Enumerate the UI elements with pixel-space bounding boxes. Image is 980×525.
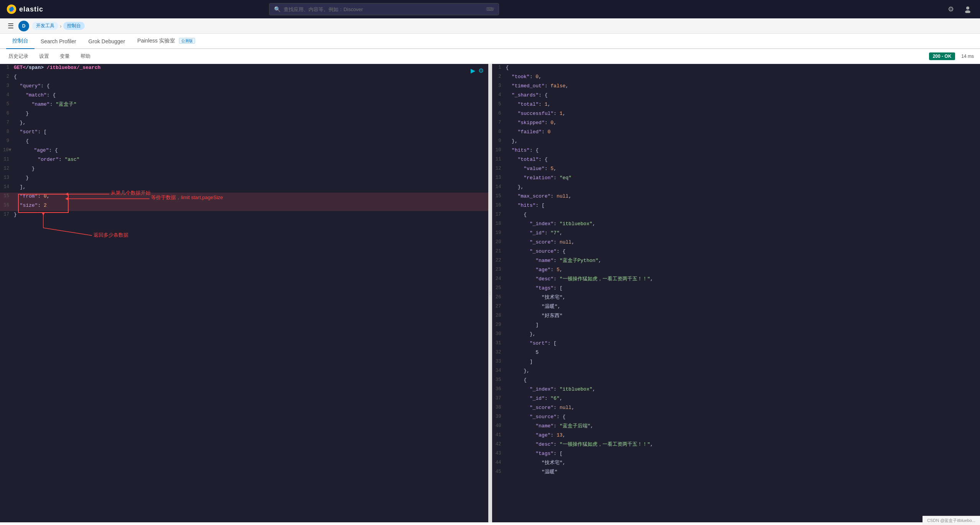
response-line-27: 27 "温暖", xyxy=(492,303,980,312)
response-line-number-34: 34 xyxy=(492,367,506,376)
editor-line-8: 8 "sort": [ xyxy=(0,128,488,137)
copy-button[interactable]: ⚙ xyxy=(478,67,484,74)
response-content-27: "温暖", xyxy=(506,303,980,312)
response-line-number-31: 31 xyxy=(492,340,506,349)
run-button[interactable]: ▶ xyxy=(471,67,475,74)
response-content-25: "tags": [ xyxy=(506,285,980,294)
response-line-number-11: 11 xyxy=(492,156,506,165)
response-line-number-2: 2 xyxy=(492,73,506,82)
settings-button[interactable]: 设置 xyxy=(37,51,51,61)
line-number-10: 10▼ xyxy=(0,147,16,156)
response-line-2: 2 "took": 0, xyxy=(492,73,980,82)
breadcrumb-console[interactable]: 控制台 xyxy=(63,22,85,30)
response-content-31: "sort": [ xyxy=(506,340,980,349)
response-line-number-30: 30 xyxy=(492,330,506,340)
breadcrumb-dev-tools[interactable]: 开发工具 xyxy=(32,22,58,30)
response-line-42: 42 "desc": "一顿操作猛如虎，一看工资两千五！！", xyxy=(492,441,980,450)
line-content-13: } xyxy=(14,174,488,183)
response-content-20: "_score": null, xyxy=(506,239,980,248)
tab-bar: 控制台 Search Profiler Grok Debugger Painle… xyxy=(0,34,980,49)
response-line-number-28: 28 xyxy=(492,312,506,321)
response-line-number-1: 1 xyxy=(492,64,506,73)
response-content-30: }, xyxy=(506,330,980,340)
line-number-2: 2 xyxy=(0,73,14,82)
response-line-12: 12 "value": 5, xyxy=(492,165,980,174)
editor-line-9: 9 { xyxy=(0,137,488,147)
tab-grok-debugger[interactable]: Grok Debugger xyxy=(82,34,131,49)
line-content-1: GET</span> /itbluebox/_search xyxy=(14,64,488,73)
response-line-19: 19 "_id": "7", xyxy=(492,229,980,239)
response-line-number-8: 8 xyxy=(492,128,506,137)
line-number-14: 14 xyxy=(0,183,14,193)
response-content-13: "relation": "eq" xyxy=(506,174,980,183)
global-search-input[interactable] xyxy=(284,7,483,12)
line-content-17: } xyxy=(14,211,488,220)
panel-divider[interactable]: ⋮ xyxy=(488,64,492,522)
elastic-logo[interactable]: elastic xyxy=(6,4,43,15)
response-line-number-33: 33 xyxy=(492,358,506,367)
global-search-bar[interactable]: 🔍 ⌨/ xyxy=(269,3,499,15)
response-line-5: 5 "total": 1, xyxy=(492,101,980,110)
line-content-10: "age": { xyxy=(16,147,488,156)
tab-console[interactable]: 控制台 xyxy=(6,34,34,49)
tab-search-profiler[interactable]: Search Profiler xyxy=(34,34,82,49)
response-line-11: 11 "total": { xyxy=(492,156,980,165)
response-line-number-32: 32 xyxy=(492,349,506,358)
response-line-31: 31 "sort": [ xyxy=(492,340,980,349)
footer: CSDN @蓝盒子itbluebo... xyxy=(923,516,980,525)
search-icon: 🔍 xyxy=(274,6,281,12)
response-line-36: 36 "_index": "itbluebox", xyxy=(492,386,980,395)
main-content: ▶ ⚙ 1GET</span> /itbluebox/_search2{3 "q… xyxy=(0,64,980,522)
response-content-19: "_id": "7", xyxy=(506,229,980,239)
response-content-41: "age": 13, xyxy=(506,432,980,441)
response-content-6: "successful": 1, xyxy=(506,110,980,119)
toolbar: 历史记录 设置 变量 帮助 200 - OK 14 ms xyxy=(0,49,980,64)
variables-button[interactable]: 变量 xyxy=(57,51,72,61)
response-content-4: "_shards": { xyxy=(506,92,980,101)
editor-line-6: 6 } xyxy=(0,110,488,119)
response-line-22: 22 "name": "蓝盒子Python", xyxy=(492,257,980,266)
response-content-43: "tags": [ xyxy=(506,450,980,459)
response-content-44: "技术宅", xyxy=(506,459,980,468)
settings-icon-btn[interactable]: ⚙ xyxy=(945,3,957,15)
response-line-number-36: 36 xyxy=(492,386,506,395)
editor-line-11: 11 "order": "asc" xyxy=(0,156,488,165)
user-avatar: D xyxy=(18,21,29,31)
top-bar: elastic 🔍 ⌨/ ⚙ xyxy=(0,0,980,18)
response-panel[interactable]: 1{2 "took": 0,3 "timed_out": false,4 "_s… xyxy=(492,64,980,522)
history-button[interactable]: 历史记录 xyxy=(6,51,31,61)
user-icon-btn[interactable] xyxy=(962,3,974,15)
response-content-42: "desc": "一顿操作猛如虎，一看工资两千五！！", xyxy=(506,441,980,450)
response-line-number-22: 22 xyxy=(492,257,506,266)
response-line-16: 16 "hits": [ xyxy=(492,202,980,211)
line-content-11: "order": "asc" xyxy=(14,156,488,165)
response-content-23: "age": 5, xyxy=(506,266,980,275)
response-content-15: "max_score": null, xyxy=(506,193,980,202)
response-content-38: "_score": null, xyxy=(506,404,980,413)
response-line-number-38: 38 xyxy=(492,404,506,413)
line-number-3: 3 xyxy=(0,82,14,92)
response-line-number-16: 16 xyxy=(492,202,506,211)
line-content-15: "from": 0, xyxy=(14,193,488,202)
editor-line-16: 16 "size": 2 xyxy=(0,202,488,211)
line-number-8: 8 xyxy=(0,128,14,137)
response-line-8: 8 "failed": 0 xyxy=(492,128,980,137)
response-line-number-23: 23 xyxy=(492,266,506,275)
response-line-1: 1{ xyxy=(492,64,980,73)
help-button[interactable]: 帮助 xyxy=(78,51,93,61)
editor-panel[interactable]: ▶ ⚙ 1GET</span> /itbluebox/_search2{3 "q… xyxy=(0,64,488,522)
response-line-14: 14 }, xyxy=(492,183,980,193)
response-line-21: 21 "_source": { xyxy=(492,248,980,257)
response-line-number-39: 39 xyxy=(492,413,506,422)
secondary-bar: ☰ D 开发工具 › 控制台 xyxy=(0,18,980,34)
editor-line-3: 3 "query": { xyxy=(0,82,488,92)
response-line-3: 3 "timed_out": false, xyxy=(492,82,980,92)
line-content-5: "name": "蓝盒子" xyxy=(14,101,488,110)
response-content-16: "hits": [ xyxy=(506,202,980,211)
response-content-35: { xyxy=(506,376,980,386)
hamburger-button[interactable]: ☰ xyxy=(6,20,15,32)
line-content-2: { xyxy=(14,73,488,82)
tab-painless-lab[interactable]: Painless 实验室 公测版 xyxy=(131,34,201,49)
footer-text: CSDN @蓝盒子itbluebo... xyxy=(927,518,975,523)
status-badge: 200 - OK xyxy=(929,52,955,60)
